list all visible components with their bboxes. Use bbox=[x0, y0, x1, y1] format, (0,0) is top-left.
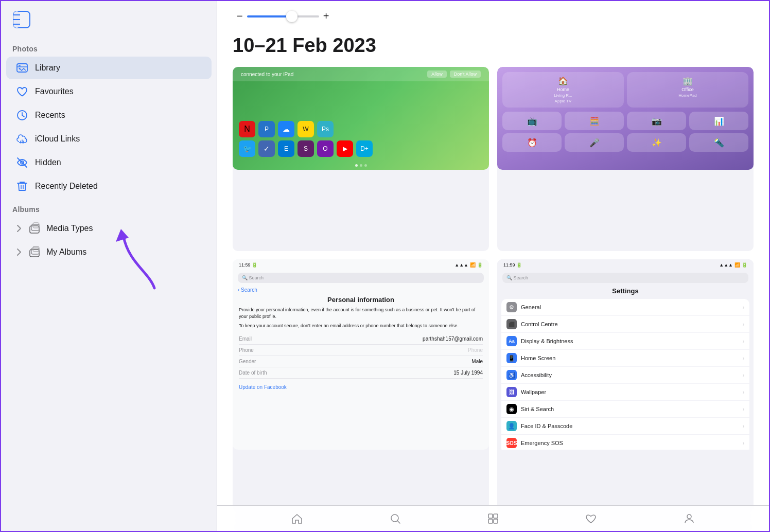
ios-settings-list: ⚙ General › ⬛ Control Centre › Aa Displa… bbox=[501, 299, 749, 450]
library-label: Library bbox=[35, 63, 60, 73]
eye-slash-icon bbox=[15, 156, 29, 169]
zoom-minus-button[interactable]: − bbox=[233, 8, 247, 24]
recents-label: Recents bbox=[35, 111, 65, 120]
gender-value: Male bbox=[471, 359, 483, 364]
chevron-right-icon-2 bbox=[15, 249, 23, 256]
dob-label: Date of birth bbox=[239, 370, 267, 376]
photo-ios-settings[interactable]: 11:59 🔋 ▲▲▲📶🔋 🔍 Search Settings ⚙ Genera… bbox=[497, 259, 754, 531]
my-albums-label: My Albums bbox=[46, 247, 86, 257]
sidebar-item-icloud-links[interactable]: iCloud Links bbox=[6, 128, 212, 150]
icloud-icon bbox=[15, 132, 29, 146]
clock-icon bbox=[15, 109, 29, 122]
media-types-stack-icon bbox=[28, 222, 41, 235]
sidebar-toggle-button[interactable] bbox=[10, 8, 33, 32]
hidden-label: Hidden bbox=[35, 158, 61, 167]
email-label: Email bbox=[239, 336, 252, 342]
settings-item-wallpaper[interactable]: 🖼 Wallpaper › bbox=[501, 384, 749, 401]
settings-item-accessibility[interactable]: ♿ Accessibility › bbox=[501, 367, 749, 384]
trash-icon bbox=[15, 180, 29, 193]
photo-control-center[interactable]: 🏠 Home Living R... Apple TV 🏢 Office Hom… bbox=[497, 67, 754, 251]
photo-grid: connected to your iPad Allow Don't Allow… bbox=[217, 67, 769, 531]
album-group-my-albums[interactable]: My Albums bbox=[6, 241, 212, 263]
zoom-plus-button[interactable]: + bbox=[319, 8, 334, 24]
update-facebook-link[interactable]: Update on Facebook bbox=[239, 384, 287, 390]
icloud-links-label: iCloud Links bbox=[35, 134, 80, 144]
email-value: parthshah157@gmail.com bbox=[423, 336, 483, 342]
tab-person[interactable] bbox=[683, 512, 695, 525]
favourites-label: Favourites bbox=[35, 87, 74, 96]
sidebar: Photos Library Favourites bbox=[1, 1, 217, 531]
albums-section-header: Albums bbox=[1, 198, 217, 217]
library-icon bbox=[15, 61, 29, 75]
settings-item-faceid[interactable]: 👤 Face ID & Passcode › bbox=[501, 418, 749, 435]
zoom-slider-container bbox=[247, 15, 319, 17]
svg-rect-18 bbox=[33, 246, 39, 252]
photo-ipad-screenshot[interactable]: connected to your iPad Allow Don't Allow… bbox=[233, 67, 489, 251]
sidebar-item-recently-deleted[interactable]: Recently Deleted bbox=[6, 175, 212, 198]
tab-home[interactable] bbox=[291, 512, 303, 525]
settings-item-siri[interactable]: ◉ Siri & Search › bbox=[501, 401, 749, 418]
sidebar-item-library[interactable]: Library bbox=[6, 57, 212, 79]
my-albums-stack-icon bbox=[28, 245, 41, 259]
main-content: − + 10–21 Feb 2023 connected to your iPa… bbox=[217, 1, 769, 531]
gender-label: Gender bbox=[239, 359, 256, 364]
settings-item-display[interactable]: Aa Display & Brightness › bbox=[501, 333, 749, 350]
svg-rect-21 bbox=[488, 514, 493, 518]
sidebar-item-recents[interactable]: Recents bbox=[6, 104, 212, 127]
media-types-label: Media Types bbox=[46, 224, 93, 233]
svg-point-7 bbox=[19, 68, 21, 69]
settings-item-general[interactable]: ⚙ General › bbox=[501, 299, 749, 316]
settings-item-control-centre[interactable]: ⬛ Control Centre › bbox=[501, 316, 749, 333]
tab-search[interactable] bbox=[389, 512, 401, 525]
sidebar-item-hidden[interactable]: Hidden bbox=[6, 151, 212, 174]
sidebar-item-favourites[interactable]: Favourites bbox=[6, 80, 212, 103]
zoom-slider[interactable] bbox=[247, 15, 319, 17]
recently-deleted-label: Recently Deleted bbox=[35, 182, 98, 191]
album-group-media-types[interactable]: Media Types bbox=[6, 217, 212, 240]
svg-rect-22 bbox=[494, 514, 498, 518]
photos-section-header: Photos bbox=[1, 38, 217, 56]
svg-point-25 bbox=[687, 515, 691, 519]
svg-rect-6 bbox=[19, 65, 21, 66]
ios-settings-header: Settings bbox=[497, 285, 754, 297]
date-heading: 10–21 Feb 2023 bbox=[217, 31, 769, 67]
phone-placeholder: Phone bbox=[468, 347, 483, 353]
svg-rect-15 bbox=[33, 223, 39, 228]
svg-rect-14 bbox=[31, 224, 39, 230]
tab-albums[interactable] bbox=[487, 512, 499, 525]
svg-rect-17 bbox=[31, 248, 39, 254]
settings-item-home-screen[interactable]: 📱 Home Screen › bbox=[501, 350, 749, 367]
dob-value: 15 July 1994 bbox=[453, 370, 483, 376]
photo-facebook-settings[interactable]: 11:59 🔋 ▲▲▲📶🔋 🔍 Search ‹ Search Personal… bbox=[233, 259, 489, 531]
sidebar-top-bar bbox=[1, 8, 217, 38]
chevron-right-icon bbox=[15, 225, 23, 232]
toolbar: − + bbox=[217, 1, 769, 31]
facebook-personal-info-header: Personal information bbox=[233, 295, 489, 307]
phone-label: Phone bbox=[239, 347, 254, 353]
heart-icon bbox=[15, 85, 29, 98]
bottom-tab-bar bbox=[217, 505, 769, 531]
svg-rect-5 bbox=[17, 64, 27, 72]
svg-rect-24 bbox=[494, 519, 498, 523]
svg-rect-23 bbox=[488, 519, 493, 523]
tab-heart[interactable] bbox=[585, 512, 597, 525]
settings-item-emergency-sos[interactable]: SOS Emergency SOS › bbox=[501, 435, 749, 450]
